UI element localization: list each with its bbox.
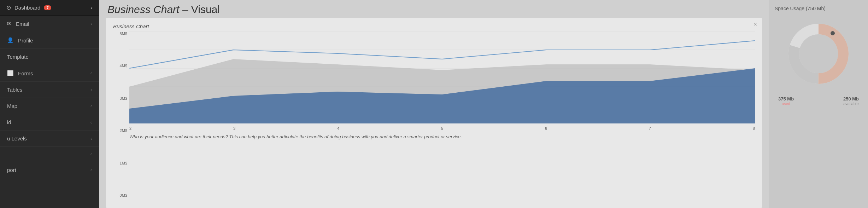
- chart-card: × Business Chart 5M$ 4M$ 3M$ 2M$ 1M$ 0M$: [106, 18, 762, 208]
- sidebar-port-label: port: [7, 167, 16, 173]
- forms-icon: ⬜: [7, 70, 14, 76]
- sidebar: ⊙ Dashboard 7 ‹ ✉ Email ‹ 👤 Profile Temp…: [0, 0, 99, 208]
- chevron-icon-forms: ‹: [90, 71, 92, 76]
- y-label-4m: 4M$: [113, 64, 127, 68]
- dashboard-icon: ⊙: [6, 4, 11, 11]
- space-usage-labels: 375 Mb used 250 Mb available: [775, 96, 862, 106]
- page-title: Business Chart – Visual: [107, 4, 761, 16]
- y-axis: 5M$ 4M$ 3M$ 2M$ 1M$ 0M$: [113, 31, 127, 204]
- y-label-2m: 2M$: [113, 128, 127, 133]
- space-usage-title: Space Usage (750 Mb): [775, 6, 862, 11]
- x-label-2: 2: [129, 126, 131, 131]
- chart-close-button[interactable]: ×: [754, 21, 757, 28]
- space-available-label: 250 Mb available: [843, 96, 859, 106]
- used-amount: 375 Mb: [778, 96, 794, 102]
- space-used-label: 375 Mb used: [778, 96, 794, 106]
- x-axis: 2 3 4 5 6 7 8: [129, 125, 755, 131]
- available-label-text: available: [843, 102, 859, 106]
- chevron-right-icon: ‹: [91, 5, 93, 11]
- sidebar-template-label: Template: [7, 54, 29, 60]
- sidebar-item-tables[interactable]: Tables ‹: [0, 82, 99, 98]
- available-amount: 250 Mb: [843, 96, 859, 102]
- sidebar-item-profile[interactable]: 👤 Profile: [0, 32, 99, 49]
- y-label-0m: 0M$: [113, 193, 127, 197]
- sidebar-item-map[interactable]: Map ‹: [0, 98, 99, 114]
- y-label-5m: 5M$: [113, 31, 127, 36]
- sidebar-ulevels-label: u Levels: [7, 135, 27, 141]
- chevron-icon-email: ‹: [90, 21, 92, 26]
- sidebar-dashboard-label: Dashboard: [14, 5, 40, 11]
- sidebar-id-label: id: [7, 119, 11, 125]
- y-label-3m: 3M$: [113, 96, 127, 100]
- page-title-suffix: – Visual: [179, 4, 220, 15]
- chevron-icon-ulevels: ‹: [90, 136, 92, 141]
- sidebar-item-template[interactable]: Template: [0, 49, 99, 65]
- right-panel: Space Usage (750 Mb) 375 Mb used 250 Mb …: [769, 0, 868, 208]
- chart-body: 2 3 4 5 6 7 8 Who is your audience and w…: [129, 31, 755, 204]
- space-usage-svg: [783, 18, 854, 89]
- chevron-icon-id: ‹: [90, 120, 92, 125]
- chart-description: Who is your audience and what are their …: [129, 133, 755, 140]
- sidebar-item-email[interactable]: ✉ Email ‹: [0, 16, 99, 32]
- x-label-5: 5: [441, 126, 443, 131]
- chart-title: Business Chart: [113, 23, 755, 29]
- main-content: Business Chart – Visual × Business Chart…: [99, 0, 769, 208]
- svg-point-11: [831, 31, 835, 35]
- sidebar-item-ulevels[interactable]: u Levels ‹: [0, 131, 99, 147]
- y-label-1m: 1M$: [113, 161, 127, 165]
- sidebar-item-port[interactable]: port ‹: [0, 162, 99, 178]
- space-usage-chart-container: [783, 18, 854, 91]
- chevron-icon-port: ‹: [90, 168, 92, 173]
- chevron-icon-map: ‹: [90, 104, 92, 109]
- chart-svg: [129, 31, 755, 123]
- dashboard-badge: 7: [44, 5, 51, 10]
- chart-area: 5M$ 4M$ 3M$ 2M$ 1M$ 0M$: [113, 31, 755, 204]
- sidebar-item-dashboard[interactable]: ⊙ Dashboard 7 ‹: [0, 0, 99, 16]
- sidebar-tables-label: Tables: [7, 87, 22, 93]
- used-label-text: used: [778, 102, 794, 106]
- x-label-6: 6: [545, 126, 547, 131]
- sidebar-item-blank[interactable]: ‹: [0, 147, 99, 162]
- chevron-icon-tables: ‹: [90, 87, 92, 92]
- profile-icon: 👤: [7, 37, 14, 44]
- sidebar-item-id[interactable]: id ‹: [0, 114, 99, 131]
- sidebar-profile-label: Profile: [18, 37, 33, 44]
- x-label-4: 4: [337, 126, 339, 131]
- chevron-icon-blank: ‹: [90, 152, 92, 157]
- email-icon: ✉: [7, 21, 12, 27]
- sidebar-forms-label: Forms: [18, 70, 33, 76]
- x-label-7: 7: [649, 126, 651, 131]
- sidebar-email-label: Email: [16, 21, 29, 27]
- page-title-bar: Business Chart – Visual: [99, 0, 769, 18]
- sidebar-item-forms[interactable]: ⬜ Forms ‹: [0, 65, 99, 82]
- x-label-3: 3: [233, 126, 235, 131]
- x-label-8: 8: [753, 126, 755, 131]
- page-title-italic: Business Chart: [107, 4, 179, 15]
- sidebar-map-label: Map: [7, 103, 17, 109]
